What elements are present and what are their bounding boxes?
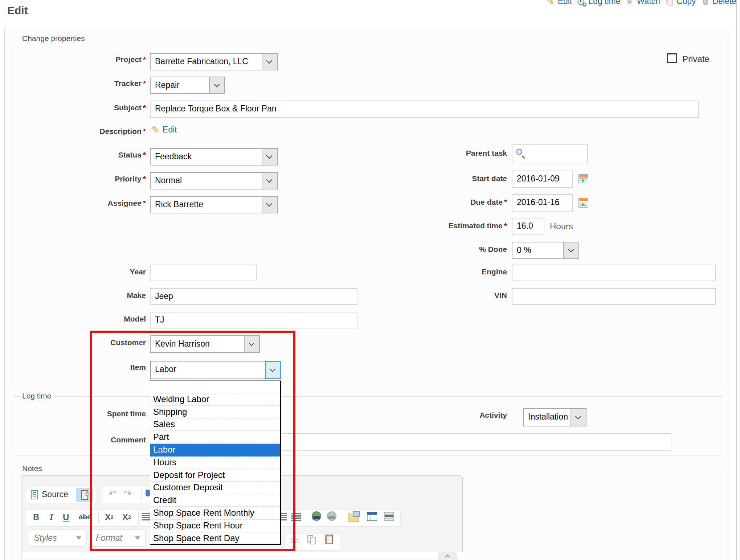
dropdown-option[interactable]: Deposit for Project <box>150 469 280 482</box>
due-date-input[interactable]: 2016-01-16 <box>512 194 573 212</box>
priority-select[interactable]: Normal <box>150 172 278 189</box>
superscript-button[interactable]: X2 <box>122 512 131 522</box>
status-select[interactable]: Feedback <box>150 148 278 165</box>
status-label: Status* <box>11 151 146 159</box>
blockquote-icon[interactable] <box>384 512 394 521</box>
magnifier-icon <box>85 492 89 496</box>
item-select[interactable]: Labor <box>150 361 281 379</box>
collapse-toolbar-button[interactable] <box>438 552 457 560</box>
toolbar-divider <box>98 511 99 524</box>
dropdown-option-selected[interactable]: Labor <box>150 444 280 457</box>
log-time-link[interactable]: Log time <box>588 0 620 6</box>
dropdown-option[interactable] <box>150 381 280 393</box>
chevron-down-icon <box>135 536 140 540</box>
percent-done-select[interactable]: 0 % <box>512 242 579 259</box>
link-icon[interactable] <box>312 511 321 521</box>
start-date-label: Start date <box>377 174 507 183</box>
underline-button[interactable]: U <box>63 512 69 522</box>
calendar-icon[interactable] <box>578 174 588 184</box>
dropdown-option[interactable]: Shop Space Rent Day <box>150 532 280 545</box>
dropdown-option[interactable]: Hours <box>150 457 280 469</box>
scrollbar-track[interactable] <box>736 0 737 560</box>
editor-content-area[interactable] <box>22 552 463 560</box>
redo-icon[interactable]: ↷ <box>124 488 132 499</box>
parent-task-input[interactable] <box>512 144 588 163</box>
trash-icon <box>701 0 710 6</box>
customer-select[interactable]: Kevin Harrison <box>150 335 260 353</box>
dropdown-option[interactable]: Part <box>150 431 280 444</box>
strikethrough-button[interactable]: abe <box>79 513 91 521</box>
chevron-down-icon[interactable] <box>209 77 224 93</box>
estimated-time-label: Estimated time* <box>377 221 507 230</box>
unlink-icon[interactable] <box>327 511 336 521</box>
chevron-down-icon[interactable] <box>563 242 578 258</box>
styles-combo[interactable]: Styles <box>29 530 87 547</box>
subject-label: Subject* <box>11 103 146 112</box>
vin-label: VIN <box>377 291 507 300</box>
engine-input[interactable] <box>512 265 716 281</box>
dropdown-option[interactable]: Welding Labor <box>150 393 280 406</box>
chevron-down-icon[interactable] <box>262 149 277 165</box>
description-edit[interactable]: ✎ Edit <box>152 125 177 135</box>
chevron-down-icon[interactable] <box>262 197 277 213</box>
clock-plus-icon: + <box>577 0 586 6</box>
undo-icon[interactable]: ↶ <box>109 488 116 499</box>
delete-link[interactable]: Delete <box>712 0 736 6</box>
toolbar-divider <box>141 489 142 500</box>
cut-icon[interactable]: ✂ <box>290 535 299 547</box>
paste-icon[interactable] <box>325 535 333 544</box>
copy-icon[interactable] <box>307 535 317 545</box>
assignee-select[interactable]: Rick Barrette <box>150 196 278 213</box>
delete-action[interactable]: Delete <box>701 0 736 6</box>
description-edit-link[interactable]: Edit <box>163 125 177 135</box>
calendar-icon[interactable] <box>578 198 588 208</box>
change-properties-fieldset: Change properties <box>14 39 722 389</box>
tracker-select[interactable]: Repair <box>150 77 225 94</box>
comment-label: Comment <box>11 436 146 444</box>
chevron-down-icon[interactable] <box>262 54 277 70</box>
subscript-button[interactable]: X2 <box>105 512 114 522</box>
vin-input[interactable] <box>512 288 716 305</box>
chevron-down-icon[interactable] <box>265 361 281 379</box>
customer-label: Customer <box>11 338 146 347</box>
model-input[interactable]: TJ <box>150 312 357 328</box>
change-properties-legend: Change properties <box>19 34 88 43</box>
source-button[interactable]: Source <box>31 490 68 499</box>
log-time-action[interactable]: + Log time <box>577 0 620 6</box>
year-input[interactable] <box>150 265 257 281</box>
chevron-down-icon[interactable] <box>571 409 586 426</box>
make-label: Make <box>11 291 146 300</box>
status-value: Feedback <box>151 149 262 165</box>
dropdown-option[interactable]: Credit <box>150 494 280 507</box>
italic-button[interactable]: I <box>50 512 53 522</box>
bold-button[interactable]: B <box>33 512 39 522</box>
justify-block-icon[interactable] <box>291 513 301 521</box>
estimated-time-input[interactable]: 16.0 <box>512 218 544 235</box>
private-checkbox[interactable] <box>667 53 677 63</box>
preview-button[interactable] <box>76 488 93 502</box>
project-select[interactable]: Barrette Fabrication, LLC <box>150 53 278 70</box>
format-combo[interactable]: Format <box>90 530 146 547</box>
watch-action[interactable]: ★ Watch <box>625 0 660 6</box>
edit-link[interactable]: Edit <box>558 0 572 6</box>
dropdown-option[interactable]: Shop Space Rent Hour <box>150 520 280 532</box>
dropdown-option[interactable]: Shipping <box>150 406 280 419</box>
table-icon[interactable] <box>367 512 377 521</box>
chevron-down-icon[interactable] <box>244 336 259 352</box>
chevron-down-icon[interactable] <box>262 173 277 189</box>
subject-input[interactable]: Replace Torque Box & Floor Pan <box>150 101 699 118</box>
dropdown-option[interactable]: Shop Space Rent Monthly <box>150 507 280 520</box>
watch-link[interactable]: Watch <box>637 0 660 6</box>
dropdown-option[interactable]: Customer Deposit <box>150 482 280 494</box>
make-input[interactable]: Jeep <box>150 288 357 305</box>
start-date-input[interactable]: 2016-01-09 <box>512 171 573 188</box>
activity-value: Installation <box>524 409 571 426</box>
image-icon[interactable] <box>348 513 359 522</box>
copy-action[interactable]: Copy <box>665 0 696 6</box>
dropdown-option[interactable]: Sales <box>150 418 280 431</box>
item-dropdown-list: Welding Labor Shipping Sales Part Labor … <box>150 380 281 545</box>
engine-label: Engine <box>377 267 507 276</box>
edit-action[interactable]: ✎ Edit <box>547 0 572 6</box>
copy-link[interactable]: Copy <box>676 0 696 6</box>
activity-select[interactable]: Installation <box>523 408 586 426</box>
